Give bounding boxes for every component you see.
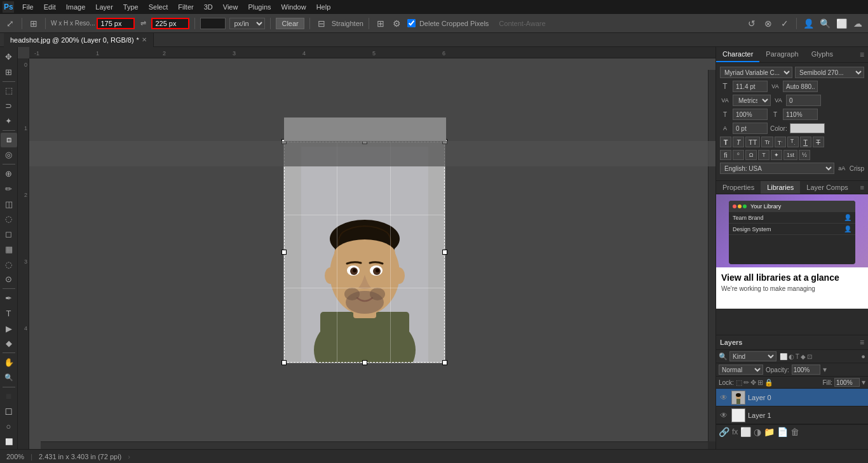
tab-glyphs[interactable]: Glyphs	[805, 47, 839, 62]
panel-options-menu[interactable]: ≡	[856, 47, 868, 62]
design-system-row[interactable]: Design System 👤	[729, 224, 855, 235]
contextual-button[interactable]: ✦	[771, 150, 782, 160]
handle-mid-left[interactable]	[281, 250, 287, 255]
menu-plugins[interactable]: Plugins	[243, 2, 275, 12]
leading-input[interactable]	[783, 81, 818, 92]
eyedropper-tool[interactable]: ◎	[1, 148, 17, 163]
menu-edit[interactable]: Edit	[39, 2, 60, 12]
ligature-button[interactable]: fi	[720, 150, 731, 160]
lock-transparent-icon[interactable]: ⬚	[736, 379, 742, 387]
arrange-icon[interactable]: ⬜	[835, 17, 848, 30]
color-swatch[interactable]	[790, 123, 825, 133]
lock-artboard-icon[interactable]: ⊞	[757, 379, 763, 387]
height-input[interactable]	[151, 18, 189, 29]
user-icon[interactable]: 👤	[802, 17, 815, 30]
foreground-color[interactable]: ■	[1, 389, 17, 404]
filter-type-icon[interactable]: T	[796, 353, 799, 360]
blend-mode-select[interactable]: Normal Multiply Screen	[719, 365, 763, 375]
pen-tool[interactable]: ✒	[1, 291, 17, 305]
opacity-dropdown-icon[interactable]: ▾	[823, 365, 827, 374]
shape-tool[interactable]: ◆	[1, 337, 17, 351]
filter-shape-icon[interactable]: ◆	[801, 353, 806, 360]
opacity-input[interactable]	[792, 365, 820, 375]
unit-select[interactable]: px/in px/cm	[229, 18, 265, 29]
undo-icon[interactable]: ↺	[745, 17, 758, 30]
clear-button[interactable]: Clear	[276, 18, 304, 29]
menu-type[interactable]: Type	[119, 2, 143, 12]
zoom-tool[interactable]: 🔍	[1, 370, 17, 385]
tracking-input[interactable]	[786, 95, 821, 106]
lock-all-icon[interactable]: 🔒	[764, 379, 773, 387]
search-icon[interactable]: 🔍	[818, 17, 831, 30]
menu-window[interactable]: Window	[277, 2, 311, 12]
tab-properties[interactable]: Properties	[716, 181, 761, 194]
fraction-button[interactable]: ½	[799, 150, 810, 160]
tab-libraries[interactable]: Libraries	[761, 181, 800, 194]
horizontal-scrollbar[interactable]	[41, 441, 708, 449]
lasso-tool[interactable]: ⊃	[1, 98, 17, 113]
handle-bottom-left[interactable]	[281, 360, 287, 365]
team-brand-row[interactable]: Team Brand 👤	[729, 212, 855, 224]
width-input[interactable]	[97, 18, 135, 29]
layers-menu-icon[interactable]: ≡	[860, 338, 864, 347]
screen-mode[interactable]: ⬜	[1, 434, 17, 449]
lock-pixels-icon[interactable]: ✏	[743, 379, 749, 387]
fill-dropdown-icon[interactable]: ▾	[862, 378, 865, 387]
font-size-input[interactable]	[733, 81, 768, 92]
smallcaps-button[interactable]: Tr	[761, 137, 773, 147]
swash-button[interactable]: Ω	[745, 150, 757, 160]
font-family-select[interactable]: Myriad Variable C...	[720, 67, 792, 78]
canvas-area[interactable]: -1 1 2 3 4 5 6 0 1 2 3 4	[18, 47, 715, 449]
menu-3d[interactable]: 3D	[200, 2, 217, 12]
mask-mode[interactable]: ○	[1, 419, 17, 434]
menu-layer[interactable]: Layer	[91, 2, 118, 12]
vertical-scrollbar[interactable]	[708, 70, 715, 441]
gradient-tool[interactable]: ▦	[1, 242, 17, 257]
italic-button[interactable]: T	[733, 137, 744, 147]
baseline-input[interactable]	[733, 123, 768, 134]
brush-tool[interactable]: ✏	[1, 182, 17, 196]
tab-close-button[interactable]: ✕	[142, 36, 147, 43]
menu-image[interactable]: Image	[62, 2, 90, 12]
filter-smartobject-icon[interactable]: ⊡	[807, 353, 812, 360]
layer-effects-icon[interactable]: fx	[732, 427, 738, 436]
cloud-icon[interactable]: ☁	[851, 17, 864, 30]
underline-button[interactable]: T	[800, 137, 811, 147]
blur-tool[interactable]: ◌	[1, 257, 17, 272]
filter-adjustment-icon[interactable]: ◐	[789, 353, 794, 360]
type-tool[interactable]: T	[1, 306, 17, 321]
crop-tool[interactable]: ⧈	[1, 133, 17, 147]
tab-layer-comps[interactable]: Layer Comps	[800, 181, 854, 194]
eraser-tool[interactable]: ◻	[1, 227, 17, 241]
font-style-select[interactable]: Semibold 270...	[795, 67, 864, 78]
layer-1-visibility[interactable]: 👁	[719, 411, 729, 420]
filter-toggle[interactable]: ●	[861, 352, 865, 360]
move-tool[interactable]: ✥	[1, 50, 17, 64]
layer-0-visibility[interactable]: 👁	[719, 393, 729, 402]
new-group-icon[interactable]: 📁	[764, 427, 775, 437]
scale-v-input[interactable]	[783, 109, 818, 120]
scale-h-input[interactable]	[733, 109, 768, 120]
clone-tool[interactable]: ◫	[1, 197, 17, 211]
layer-item-0[interactable]: 👁 Layer 0	[716, 389, 868, 406]
bold-button[interactable]: T	[720, 137, 731, 147]
fill-input[interactable]	[834, 378, 860, 387]
ordn-button[interactable]: ⁰	[733, 150, 744, 160]
filter-pixel-icon[interactable]: ⬜	[780, 353, 787, 360]
crisp-button[interactable]: Crisp	[850, 165, 864, 172]
background-color[interactable]: □	[1, 405, 17, 419]
swap-icon[interactable]: ⇌	[137, 17, 149, 30]
delete-layer-icon[interactable]: 🗑	[790, 427, 799, 437]
magic-wand-tool[interactable]: ✦	[1, 114, 17, 128]
menu-select[interactable]: Select	[144, 2, 173, 12]
menu-help[interactable]: Help	[312, 2, 336, 12]
sub-panel-menu[interactable]: ≡	[857, 181, 868, 194]
handle-mid-right[interactable]	[442, 250, 447, 255]
tab-paragraph[interactable]: Paragraph	[759, 47, 804, 62]
add-mask-icon[interactable]: ⬜	[740, 427, 751, 437]
delete-cropped-checkbox[interactable]	[407, 19, 416, 27]
document-tab[interactable]: headshot.jpg @ 200% (Layer 0, RGB/8) * ✕	[4, 33, 154, 47]
settings-icon[interactable]: ⚙	[391, 17, 403, 30]
confirm-icon[interactable]: ✓	[778, 17, 791, 30]
lock-position-icon[interactable]: ✥	[750, 379, 756, 387]
